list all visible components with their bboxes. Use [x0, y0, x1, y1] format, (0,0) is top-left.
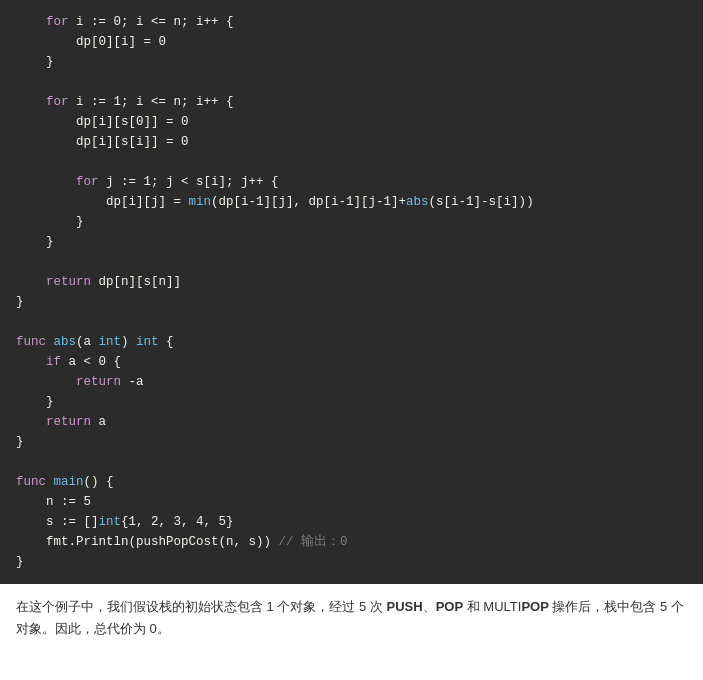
text-block: 在这个例子中，我们假设栈的初始状态包含 1 个对象，经过 5 次 PUSH、PO… [0, 584, 703, 652]
code-content: for i := 0; i <= n; i++ { dp[0][i] = 0 }… [16, 12, 687, 572]
code-block: for i := 0; i <= n; i++ { dp[0][i] = 0 }… [0, 0, 703, 584]
